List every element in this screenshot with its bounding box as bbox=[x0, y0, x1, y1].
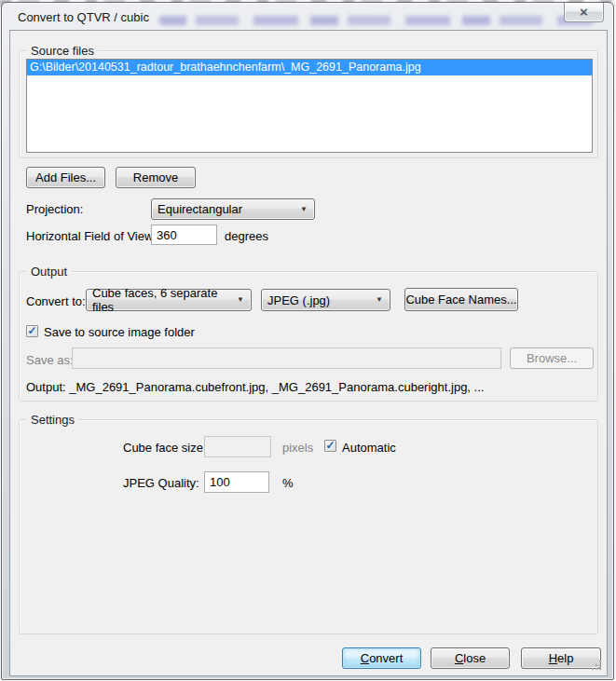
screen: Convert to QTVR / cubic × Source files G… bbox=[0, 0, 616, 681]
format-select[interactable]: JPEG (.jpg) ▼ bbox=[261, 289, 390, 311]
format-selected-value: JPEG (.jpg) bbox=[267, 293, 330, 307]
convert-to-select[interactable]: Cube faces, 6 separate files ▼ bbox=[86, 289, 252, 311]
projection-selected-value: Equirectangular bbox=[157, 202, 242, 216]
save-as-label: Save as: bbox=[26, 353, 74, 367]
fov-unit-label: degrees bbox=[225, 229, 268, 243]
close-dialog-button[interactable]: Close bbox=[431, 647, 510, 669]
chevron-down-icon: ▼ bbox=[237, 296, 244, 304]
save-to-source-checkbox[interactable]: ✓ bbox=[26, 325, 38, 337]
add-files-button[interactable]: Add Files... bbox=[26, 167, 105, 188]
projection-label: Projection: bbox=[26, 202, 83, 216]
check-icon: ✓ bbox=[325, 440, 335, 451]
cube-face-size-label: Cube face size: bbox=[123, 441, 207, 455]
dialog-client-area: Source files G:\Bilder\20140531_radtour_… bbox=[9, 30, 608, 676]
jpeg-quality-label: JPEG Quality: bbox=[123, 476, 199, 490]
source-files-legend: Source files bbox=[27, 44, 98, 58]
window-title: Convert to QTVR / cubic bbox=[18, 10, 149, 24]
chevron-down-icon: ▼ bbox=[376, 296, 383, 304]
check-icon: ✓ bbox=[27, 325, 36, 336]
convert-button[interactable]: Convert bbox=[342, 647, 421, 669]
output-summary: Output: _MG_2691_Panorama.cubefront.jpg,… bbox=[26, 380, 484, 394]
cube-face-size-unit-label: pixels bbox=[282, 441, 313, 455]
list-item[interactable]: G:\Bilder\20140531_radtour_brathaehnchen… bbox=[27, 60, 592, 75]
output-legend: Output bbox=[27, 265, 71, 279]
jpeg-quality-input[interactable] bbox=[204, 471, 269, 493]
browse-button: Browse... bbox=[510, 347, 594, 369]
projection-select[interactable]: Equirectangular ▼ bbox=[151, 198, 315, 220]
settings-legend: Settings bbox=[27, 413, 78, 427]
convert-to-selected-value: Cube faces, 6 separate files bbox=[92, 286, 237, 314]
glass-blur-decoration bbox=[158, 16, 595, 25]
convert-to-qtvr-dialog: Convert to QTVR / cubic × Source files G… bbox=[1, 2, 614, 680]
resize-grip-icon[interactable] bbox=[592, 661, 603, 672]
fov-label: Horizontal Field of View: bbox=[26, 229, 157, 243]
cube-face-names-button[interactable]: Cube Face Names... bbox=[404, 288, 518, 311]
chevron-down-icon: ▼ bbox=[300, 206, 308, 213]
close-icon: × bbox=[580, 5, 588, 19]
close-button[interactable]: × bbox=[564, 3, 604, 22]
cube-face-size-input bbox=[204, 436, 271, 457]
fov-input[interactable] bbox=[151, 225, 217, 245]
jpeg-quality-unit-label: % bbox=[282, 476, 294, 490]
source-files-list[interactable]: G:\Bilder\20140531_radtour_brathaehnchen… bbox=[26, 59, 593, 153]
save-as-input bbox=[72, 347, 501, 369]
save-to-source-label: Save to source image folder bbox=[44, 325, 195, 339]
automatic-checkbox[interactable]: ✓ bbox=[324, 440, 336, 452]
titlebar[interactable]: Convert to QTVR / cubic × bbox=[2, 3, 613, 30]
help-button[interactable]: Help bbox=[521, 647, 601, 669]
remove-button[interactable]: Remove bbox=[116, 167, 196, 188]
convert-to-label: Convert to: bbox=[26, 294, 86, 308]
automatic-label: Automatic bbox=[342, 441, 396, 455]
